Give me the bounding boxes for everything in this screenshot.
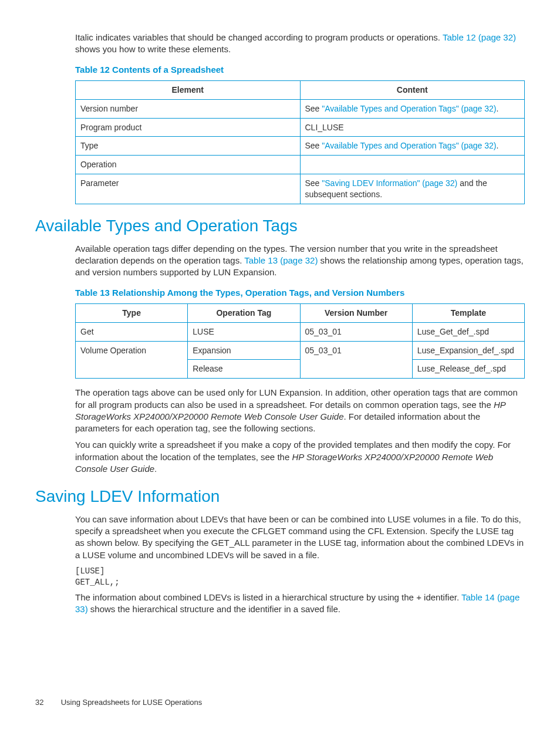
cell-version: 05_03_01 [300,322,412,341]
text: Italic indicates variables that should b… [75,32,443,42]
link-available-types[interactable]: "Available Types and Operation Tags" (pa… [322,141,496,150]
heading-saving-ldev: Saving LDEV Information [35,485,525,508]
table-row: Type See "Available Types and Operation … [76,137,525,156]
paragraph: You can save information about LDEVs tha… [75,514,525,561]
text: shows you how to write these elements. [75,44,231,54]
paragraph: The operation tags above can be used onl… [75,387,525,434]
text: See [305,141,322,150]
intro-block: Italic indicates variables that should b… [75,32,525,204]
page-footer: 32 Using Spreadsheets for LUSE Operation… [35,697,525,708]
col-template: Template [412,303,524,322]
text: . [496,104,498,113]
cell-template: Luse_Get_def_.spd [412,322,524,341]
code-block: [LUSE] GET_ALL,; [75,566,525,588]
table-row: Version number See "Available Types and … [76,99,525,118]
link-table13[interactable]: Table 13 (page 32) [244,255,318,265]
cell-content: See "Available Types and Operation Tags"… [300,137,525,156]
cell-template: Luse_Release_def_.spd [412,360,524,379]
cell-element: Version number [76,99,301,118]
heading-available-types: Available Types and Operation Tags [35,215,525,237]
table-row: Volume Operation Expansion 05_03_01 Luse… [76,341,525,360]
text: shows the hierarchical structure and the… [88,604,340,614]
table-row: Program product CLI_LUSE [76,118,525,137]
footer-title: Using Spreadsheets for LUSE Operations [61,698,203,707]
cell-tag: Release [188,360,300,379]
col-type: Type [76,303,188,322]
link-available-types[interactable]: "Available Types and Operation Tags" (pa… [322,104,496,113]
cell-element: Type [76,137,301,156]
text: . [154,464,157,474]
cell-tag: LUSE [188,322,300,341]
text: See [305,178,322,188]
paragraph: You can quickly write a spreadsheet if y… [75,439,525,475]
col-operation-tag: Operation Tag [188,303,300,322]
table12-caption: Table 12 Contents of a Spreadsheet [75,64,525,76]
col-content: Content [300,80,525,99]
paragraph: Available operation tags differ dependin… [75,243,525,279]
table13-caption: Table 13 Relationship Among the Types, O… [75,287,525,299]
cell-element: Program product [76,118,301,137]
col-element: Element [76,80,301,99]
cell-template: Luse_Expansion_def_.spd [412,341,524,360]
col-version: Version Number [300,303,412,322]
text: See [305,104,322,113]
text: . [496,141,498,150]
intro-paragraph: Italic indicates variables that should b… [75,32,525,56]
cell-version: 05_03_01 [300,341,412,379]
page-number: 32 [35,697,59,708]
table-header-row: Element Content [76,80,525,99]
cell-type: Volume Operation [76,341,188,379]
link-table12[interactable]: Table 12 (page 32) [443,32,516,42]
link-saving-ldev[interactable]: "Saving LDEV Information" (page 32) [322,178,457,188]
paragraph: The information about combined LDEVs is … [75,592,525,616]
table13: Type Operation Tag Version Number Templa… [75,303,525,379]
table-row: Parameter See "Saving LDEV Information" … [76,174,525,204]
table-row: Get LUSE 05_03_01 Luse_Get_def_.spd [76,322,525,341]
text: The information about combined LDEVs is … [75,592,461,602]
section2-content: You can save information about LDEVs tha… [75,514,525,615]
table-row: Operation [76,156,525,174]
text: The operation tags above can be used onl… [75,387,518,409]
table-header-row: Type Operation Tag Version Number Templa… [76,303,525,322]
cell-content: CLI_LUSE [300,118,525,137]
cell-element: Parameter [76,174,301,204]
cell-content: See "Saving LDEV Information" (page 32) … [300,174,525,204]
cell-content [300,156,525,174]
section1-content: Available operation tags differ dependin… [75,243,525,475]
cell-type: Get [76,322,188,341]
cell-content: See "Available Types and Operation Tags"… [300,99,525,118]
cell-element: Operation [76,156,301,174]
cell-tag: Expansion [188,341,300,360]
table12: Element Content Version number See "Avai… [75,80,525,204]
